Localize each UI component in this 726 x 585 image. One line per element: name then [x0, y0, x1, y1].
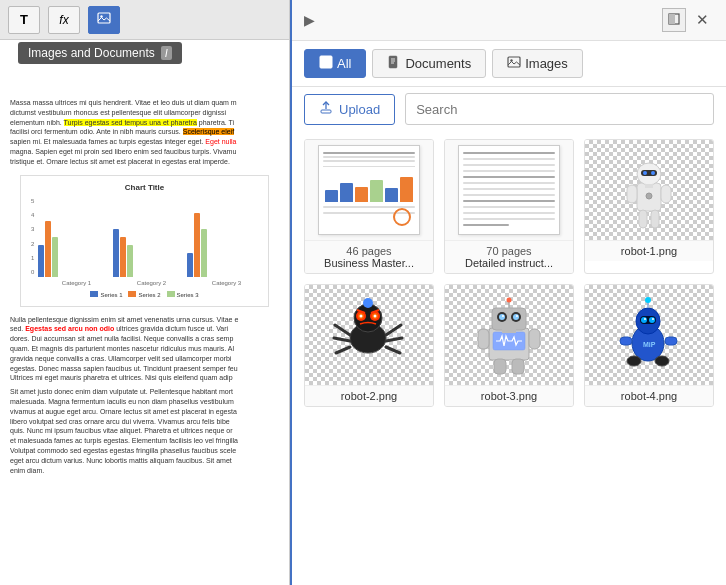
- svg-line-41: [386, 338, 402, 341]
- item-thumbnail: [585, 140, 713, 240]
- upload-button[interactable]: Upload: [304, 94, 395, 125]
- items-grid: 46 pages Business Master...: [304, 139, 714, 407]
- svg-point-49: [499, 314, 505, 320]
- list-item[interactable]: 46 pages Business Master...: [304, 139, 434, 274]
- document-content: Massa massa ultrices mi quis hendrerit. …: [0, 90, 289, 483]
- item-pages: 46 pages: [311, 245, 427, 257]
- close-button[interactable]: ✕: [690, 8, 714, 32]
- svg-point-68: [655, 356, 669, 366]
- svg-rect-12: [508, 57, 520, 67]
- svg-point-26: [646, 193, 652, 199]
- svg-rect-59: [512, 359, 524, 374]
- documents-tab-icon: [387, 55, 401, 72]
- svg-point-34: [374, 314, 377, 317]
- svg-point-66: [652, 318, 654, 320]
- text-format-button[interactable]: T: [8, 6, 40, 34]
- item-name: robot-4.png: [591, 390, 707, 402]
- svg-rect-57: [529, 329, 540, 349]
- svg-line-38: [334, 338, 350, 341]
- item-thumbnail: [445, 285, 573, 385]
- item-name: Detailed instruct...: [451, 257, 567, 269]
- svg-point-33: [360, 314, 363, 317]
- upload-label: Upload: [339, 102, 380, 117]
- collapse-button[interactable]: [662, 8, 686, 32]
- panel-header-controls: ✕: [662, 8, 714, 32]
- item-name: robot-1.png: [591, 245, 707, 257]
- upload-icon: [319, 101, 333, 118]
- item-name: Business Master...: [311, 257, 427, 269]
- content-toolbar: Upload: [292, 87, 726, 131]
- item-info: 70 pages Detailed instruct...: [445, 240, 573, 273]
- svg-point-54: [506, 297, 511, 302]
- tooltip-badge-icon: I: [161, 46, 172, 60]
- collapse-icon: [668, 13, 680, 28]
- images-documents-panel: ▶ ✕: [290, 0, 726, 585]
- item-name: robot-3.png: [451, 390, 567, 402]
- svg-point-19: [643, 171, 647, 175]
- svg-rect-55: [502, 329, 516, 333]
- chart-title: Chart Title: [27, 182, 262, 193]
- list-item[interactable]: robot-2.png: [304, 284, 434, 407]
- svg-rect-56: [478, 329, 489, 349]
- item-name: robot-2.png: [311, 390, 427, 402]
- item-thumbnail: [445, 140, 573, 240]
- svg-point-63: [641, 317, 647, 323]
- list-item[interactable]: 70 pages Detailed instruct...: [444, 139, 574, 274]
- fx-button[interactable]: fx: [48, 6, 80, 34]
- svg-line-37: [335, 325, 350, 335]
- panel-header-left: ▶: [304, 12, 319, 28]
- item-info: robot-1.png: [585, 240, 713, 261]
- image-icon: [97, 11, 111, 28]
- svg-point-64: [649, 317, 655, 323]
- list-item[interactable]: MiP robot-4.png: [584, 284, 714, 407]
- tab-documents[interactable]: Documents: [372, 49, 486, 78]
- svg-rect-25: [651, 210, 659, 228]
- images-tab-icon: [507, 55, 521, 72]
- fx-icon: fx: [59, 13, 68, 27]
- svg-line-42: [386, 347, 400, 353]
- svg-point-52: [516, 315, 518, 317]
- filter-tabs: All Documents Images: [292, 41, 726, 87]
- svg-rect-14: [321, 110, 331, 113]
- svg-point-65: [644, 318, 646, 320]
- search-input[interactable]: [405, 93, 714, 125]
- embedded-chart: Chart Title 012345: [20, 175, 269, 307]
- list-item[interactable]: robot-3.png: [444, 284, 574, 407]
- tab-images[interactable]: Images: [492, 49, 583, 78]
- image-button[interactable]: [88, 6, 120, 34]
- item-pages: 70 pages: [451, 245, 567, 257]
- svg-rect-0: [98, 13, 110, 23]
- svg-point-20: [651, 171, 655, 175]
- tooltip-label: Images and Documents: [28, 46, 155, 60]
- toolbar: T fx: [0, 0, 289, 40]
- svg-point-73: [645, 297, 651, 303]
- svg-rect-8: [389, 56, 397, 68]
- panel-arrow-icon: ▶: [304, 12, 315, 28]
- svg-rect-69: [620, 337, 632, 345]
- item-info: robot-2.png: [305, 385, 433, 406]
- tooltip-badge: Images and Documents I: [18, 42, 182, 64]
- grid-area: 46 pages Business Master...: [292, 131, 726, 585]
- svg-line-39: [336, 347, 350, 353]
- item-info: robot-3.png: [445, 385, 573, 406]
- tab-all-label: All: [337, 56, 351, 71]
- document-panel: T fx Images and Documents I Massa massa …: [0, 0, 290, 585]
- item-thumbnail: [305, 285, 433, 385]
- svg-point-51: [502, 315, 504, 317]
- item-info: 46 pages Business Master...: [305, 240, 433, 273]
- svg-text:MiP: MiP: [643, 341, 656, 348]
- svg-line-40: [386, 325, 401, 335]
- svg-rect-22: [627, 185, 637, 203]
- svg-point-43: [363, 298, 373, 308]
- svg-rect-46: [492, 308, 526, 330]
- item-thumbnail: MiP: [585, 285, 713, 385]
- svg-rect-58: [494, 359, 506, 374]
- tab-images-label: Images: [525, 56, 568, 71]
- item-thumbnail: [305, 140, 433, 240]
- text-icon: T: [20, 12, 28, 27]
- svg-rect-21: [645, 184, 653, 188]
- list-item[interactable]: robot-1.png: [584, 139, 714, 274]
- svg-point-67: [627, 356, 641, 366]
- svg-rect-23: [661, 185, 671, 203]
- tab-all[interactable]: All: [304, 49, 366, 78]
